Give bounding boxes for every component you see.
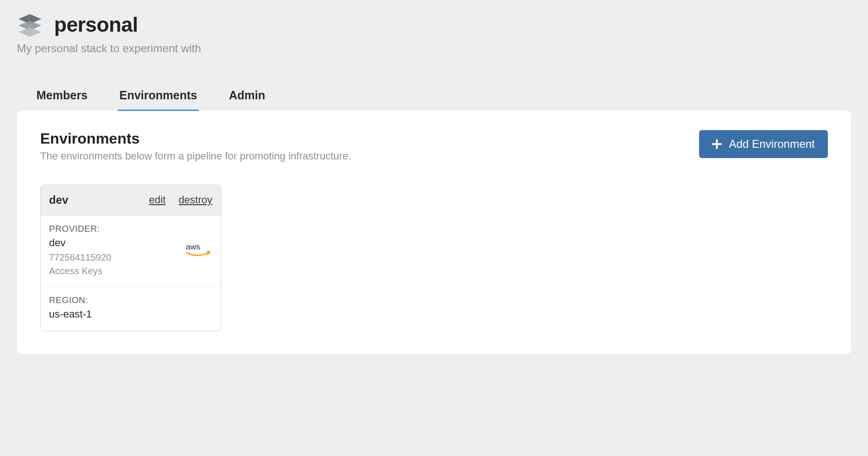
provider-name: dev	[49, 237, 111, 249]
add-environment-button[interactable]: Add Environment	[699, 130, 828, 158]
aws-icon: aws	[184, 242, 212, 259]
environments-panel: Environments The environments below form…	[17, 111, 851, 354]
svg-marker-2	[19, 27, 42, 36]
section-subtitle: The environments below form a pipeline f…	[40, 150, 351, 162]
tab-bar: Members Environments Admin	[17, 83, 851, 111]
tab-admin[interactable]: Admin	[227, 83, 267, 111]
environment-region-section: REGION: us-east-1	[41, 287, 221, 331]
stack-subtitle: My personal stack to experiment with	[17, 42, 851, 55]
environment-provider-section: PROVIDER: dev 772564115920 Access Keys a…	[41, 215, 221, 287]
region-value: us-east-1	[49, 308, 212, 320]
page-header: personal	[17, 13, 851, 36]
region-label: REGION:	[49, 295, 212, 305]
plus-icon	[712, 139, 721, 149]
provider-auth-method: Access Keys	[49, 264, 111, 278]
environment-card: dev edit destroy PROVIDER: dev 772564115…	[40, 185, 221, 331]
tab-environments[interactable]: Environments	[118, 83, 199, 111]
environment-edit-link[interactable]: edit	[149, 194, 165, 206]
environment-name: dev	[49, 193, 68, 207]
environment-card-header: dev edit destroy	[41, 185, 221, 215]
provider-label: PROVIDER:	[49, 224, 111, 234]
stack-icon	[17, 13, 43, 36]
svg-text:aws: aws	[186, 242, 200, 251]
environment-destroy-link[interactable]: destroy	[179, 194, 212, 206]
tab-members[interactable]: Members	[35, 83, 90, 111]
add-environment-label: Add Environment	[729, 138, 815, 151]
stack-title: personal	[54, 13, 138, 36]
provider-account-id: 772564115920	[49, 251, 111, 264]
section-title: Environments	[40, 130, 351, 147]
